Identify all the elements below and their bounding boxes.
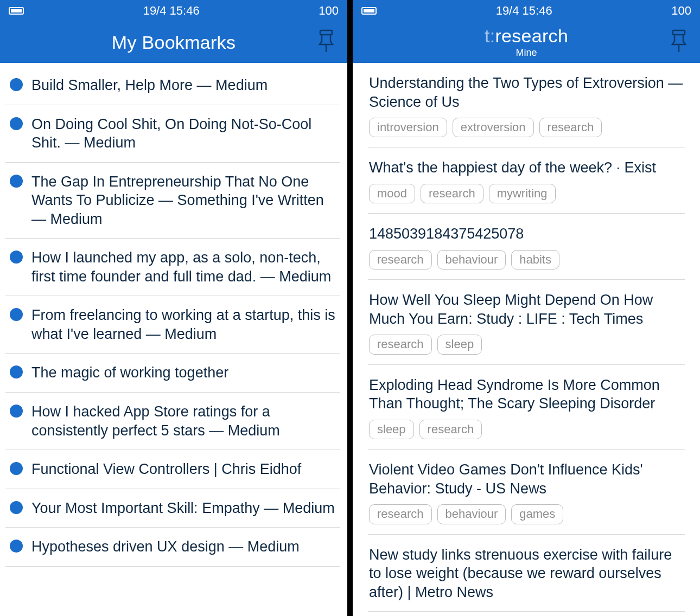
list-item[interactable]: 1485039184375425078researchbehaviourhabi… bbox=[368, 214, 685, 280]
tag-list: researchbehaviourhabits bbox=[369, 250, 559, 270]
item-title: How I hacked App Store ratings for a con… bbox=[31, 402, 340, 440]
tag[interactable]: introversion bbox=[369, 118, 447, 137]
item-title: Functional View Controllers | Chris Eidh… bbox=[31, 460, 301, 479]
status-battery-level: 100 bbox=[319, 4, 339, 18]
unread-bullet-icon bbox=[10, 251, 23, 264]
tag[interactable]: mywriting bbox=[489, 184, 556, 203]
list-item[interactable]: Violent Video Games Don't Influence Kids… bbox=[368, 450, 685, 534]
list-item[interactable]: Build Smaller, Help More — Medium bbox=[5, 66, 340, 105]
status-bar: 19/4 15:46 100 bbox=[0, 0, 347, 22]
tag[interactable]: behaviour bbox=[437, 250, 506, 270]
item-title: New study links strenuous exercise with … bbox=[369, 546, 685, 602]
tag[interactable]: behaviour bbox=[437, 504, 506, 524]
list-item[interactable]: The Gap In Entrepreneurship That No One … bbox=[5, 163, 340, 239]
svg-rect-0 bbox=[320, 30, 332, 35]
unread-bullet-icon bbox=[10, 117, 23, 130]
unread-bullet-icon bbox=[10, 78, 23, 91]
header: My Bookmarks bbox=[0, 22, 347, 63]
item-title: Understanding the Two Types of Extrovers… bbox=[369, 74, 685, 111]
list-item[interactable]: The magic of working together bbox=[5, 354, 340, 393]
tag[interactable]: research bbox=[539, 118, 602, 137]
unread-bullet-icon bbox=[10, 405, 23, 418]
tag-list: moodresearchmywriting bbox=[369, 184, 556, 203]
status-bar: 19/4 15:46 100 bbox=[353, 0, 700, 22]
unread-bullet-icon bbox=[10, 540, 23, 553]
item-title: The Gap In Entrepreneurship That No One … bbox=[31, 172, 340, 229]
list-item[interactable]: What's the happiest day of the week? · E… bbox=[368, 147, 685, 214]
tag-list: researchbehaviourgames bbox=[369, 504, 563, 524]
screen-divider bbox=[347, 0, 353, 616]
tag-list: sleepresearch bbox=[369, 420, 482, 439]
list-item[interactable]: Understanding the Two Types of Extrovers… bbox=[368, 63, 685, 147]
list-item[interactable]: How I launched my app, as a solo, non-te… bbox=[5, 239, 340, 296]
page-title: t:research bbox=[485, 26, 568, 46]
page-subtitle: Mine bbox=[516, 48, 537, 59]
item-title: From freelancing to working at a startup… bbox=[31, 306, 340, 343]
tag[interactable]: research bbox=[421, 184, 483, 203]
item-title: Your Most Important Skill: Empathy — Med… bbox=[31, 499, 335, 518]
bookmark-list: Understanding the Two Types of Extrovers… bbox=[353, 63, 700, 616]
status-battery-icon bbox=[9, 7, 24, 15]
tag[interactable]: extroversion bbox=[453, 118, 534, 137]
list-item[interactable]: Your Most Important Skill: Empathy — Med… bbox=[5, 489, 340, 528]
right-screen: 19/4 15:46 100 t:research Mine Understan… bbox=[353, 0, 700, 616]
item-title: Exploding Head Syndrome Is More Common T… bbox=[369, 376, 685, 413]
unread-bullet-icon bbox=[10, 365, 23, 378]
item-title: What's the happiest day of the week? · E… bbox=[369, 158, 656, 177]
list-item[interactable]: From freelancing to working at a startup… bbox=[5, 296, 340, 354]
tag[interactable]: research bbox=[369, 250, 432, 270]
unread-bullet-icon bbox=[10, 501, 23, 514]
status-time: 19/4 15:46 bbox=[143, 4, 200, 18]
pin-icon[interactable] bbox=[317, 29, 335, 55]
bookmark-list: Build Smaller, Help More — MediumOn Doin… bbox=[0, 63, 347, 616]
list-item[interactable]: Functional View Controllers | Chris Eidh… bbox=[5, 450, 340, 489]
item-title: How Well You Sleep Might Depend On How M… bbox=[369, 291, 685, 328]
tag[interactable]: mood bbox=[369, 184, 415, 203]
item-title: On Doing Cool Shit, On Doing Not-So-Cool… bbox=[31, 115, 340, 152]
item-title: 1485039184375425078 bbox=[369, 224, 524, 243]
item-title: How I launched my app, as a solo, non-te… bbox=[31, 248, 340, 286]
title-text: research bbox=[495, 25, 568, 46]
list-item[interactable]: How Well You Sleep Might Depend On How M… bbox=[368, 280, 685, 364]
list-item[interactable]: Exploding Head Syndrome Is More Common T… bbox=[368, 365, 685, 450]
tag[interactable]: habits bbox=[511, 250, 559, 270]
item-title: The magic of working together bbox=[31, 363, 228, 382]
tag-list: researchsleep bbox=[369, 335, 482, 354]
tag[interactable]: research bbox=[369, 335, 432, 354]
list-item[interactable]: How I hacked App Store ratings for a con… bbox=[5, 393, 340, 450]
item-title: Build Smaller, Help More — Medium bbox=[31, 76, 268, 95]
list-item[interactable]: On Doing Cool Shit, On Doing Not-So-Cool… bbox=[5, 105, 340, 163]
pin-icon[interactable] bbox=[670, 29, 688, 55]
tag[interactable]: research bbox=[369, 504, 432, 524]
status-battery-level: 100 bbox=[671, 4, 691, 18]
unread-bullet-icon bbox=[10, 175, 23, 188]
page-title: My Bookmarks bbox=[112, 32, 236, 53]
tag[interactable]: games bbox=[511, 504, 563, 524]
list-item[interactable]: New study links strenuous exercise with … bbox=[368, 535, 685, 612]
header: t:research Mine bbox=[353, 22, 700, 63]
battery-icon bbox=[9, 7, 24, 15]
item-title: Violent Video Games Don't Influence Kids… bbox=[369, 460, 685, 498]
item-title: Hypotheses driven UX design — Medium bbox=[31, 537, 300, 556]
tag[interactable]: research bbox=[419, 420, 482, 439]
battery-icon bbox=[361, 7, 377, 15]
status-time: 19/4 15:46 bbox=[496, 4, 552, 18]
status-battery-icon bbox=[361, 7, 377, 15]
svg-rect-2 bbox=[673, 30, 685, 35]
tag-list: introversionextroversionresearch bbox=[369, 118, 602, 137]
unread-bullet-icon bbox=[10, 462, 23, 475]
list-item[interactable]: Hypotheses driven UX design — Medium bbox=[5, 528, 340, 567]
left-screen: 19/4 15:46 100 My Bookmarks Build Smalle… bbox=[0, 0, 347, 616]
tag[interactable]: sleep bbox=[437, 335, 482, 354]
unread-bullet-icon bbox=[10, 308, 23, 321]
title-prefix: t: bbox=[485, 25, 495, 46]
tag[interactable]: sleep bbox=[369, 420, 414, 439]
